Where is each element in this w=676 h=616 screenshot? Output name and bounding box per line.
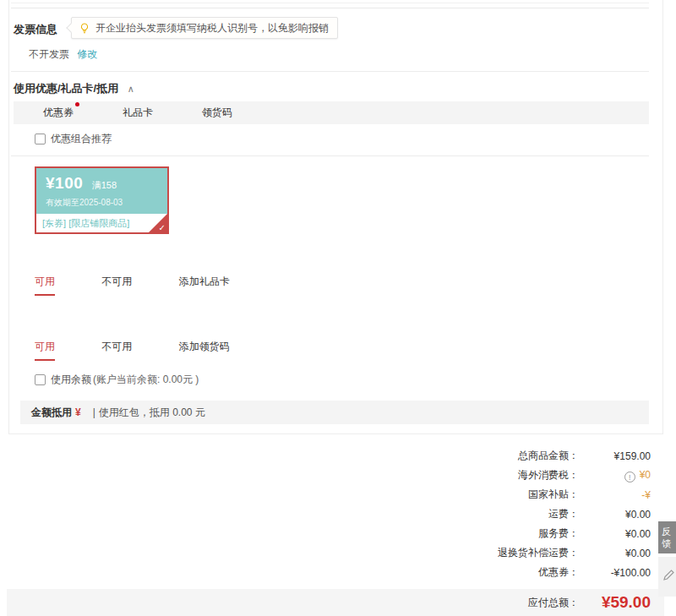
summary-value: ¥159.00 [579,450,651,462]
tab-coupon[interactable]: 优惠券 [43,106,74,120]
bulb-icon [79,22,90,35]
summary-row-service-fee: 服务费： ¥0.00 [498,524,651,543]
summary-row-national-subsidy: 国家补贴： -¥ [498,485,651,504]
divider [11,155,649,156]
checkout-page: 发票信息 开企业抬头发票须填写纳税人识别号，以免影响报销 不开发票 修改 使用优… [0,0,676,616]
payable-total-value: ¥59.00 [579,593,651,612]
summary-value: ¥0.00 [579,528,651,540]
coupon-card-top: ¥100 满158 有效期至2025-08-03 [36,168,167,214]
feedback-tab[interactable]: 反 馈 [658,521,676,553]
promo-section-header: 使用优惠/礼品卡/抵用 ∧ [14,80,134,96]
tooltip-arrow [66,23,75,32]
amount-deduct-bar: 金额抵用 ¥ | 使用红包，抵用 0.00 元 [20,401,649,424]
currency-symbol: ¥ [75,406,81,418]
coupon-threshold: 满158 [92,180,117,190]
summary-label: 总商品金额： [518,449,579,463]
invoice-current-row: 不开发票 修改 [29,47,97,62]
summary-label: 退换货补偿运费： [498,546,579,560]
summary-value-text: ¥0 [640,469,651,481]
summary-value: ¥0.00 [579,548,651,559]
combo-recommend-row[interactable]: 优惠组合推荐 [35,132,112,146]
summary-row-shipping: 运费： ¥0.00 [498,504,651,524]
summary-label: 服务费： [538,526,579,541]
invoice-tooltip-text: 开企业抬头发票须填写纳税人识别号，以免影响报销 [95,21,329,35]
combo-recommend-checkbox[interactable] [35,134,46,144]
invoice-section-title: 发票信息 [14,22,57,37]
giftcard-subtab-available[interactable]: 可用 [35,275,55,296]
invoice-tooltip: 开企业抬头发票须填写纳税人识别号，以免影响报销 [71,17,338,39]
collapse-chevron-icon[interactable]: ∧ [128,84,134,94]
red-packet-separator: | [93,406,95,418]
coupon-card[interactable]: ¥100 满158 有效期至2025-08-03 [东券] [限店铺限商品] ✓ [35,166,169,234]
price-summary: 总商品金额： ¥159.00 海外消费税： !¥0 国家补贴： -¥ 运费： ¥… [498,446,651,582]
summary-label: 海外消费税： [518,468,579,482]
edit-feedback-tab[interactable] [658,557,676,597]
code-subtab-available[interactable]: 可用 [35,340,55,361]
summary-row-coupon: 优惠券： -¥100.00 [498,563,651,582]
use-balance-row[interactable]: 使用余额 (账户当前余额: 0.00元 ) [35,373,199,387]
info-icon[interactable]: ! [624,472,635,482]
summary-value: -¥ [579,489,651,501]
combo-recommend-label: 优惠组合推荐 [51,132,112,146]
use-balance-checkbox[interactable] [35,374,46,385]
tab-giftcard[interactable]: 礼品卡 [123,106,153,120]
tab-pickup-code[interactable]: 领货码 [202,106,232,120]
pencil-icon [662,569,675,586]
tab-coupon-label: 优惠券 [43,106,74,118]
divider [11,71,649,72]
summary-value: !¥0 [579,469,651,482]
giftcard-subtabs: 可用 不可用 添加礼品卡 [35,275,274,296]
invoice-modify-link[interactable]: 修改 [77,48,97,60]
order-options-panel: 发票信息 开企业抬头发票须填写纳税人识别号，以免影响报销 不开发票 修改 使用优… [8,0,663,434]
red-dot-badge [75,102,79,106]
summary-label: 优惠券： [538,565,579,580]
promo-tabbar: 优惠券 礼品卡 领货码 [14,101,649,124]
summary-value: -¥100.00 [579,567,651,579]
add-pickup-code-button[interactable]: 添加领货码 [179,340,230,359]
summary-row-overseas-tax: 海外消费税： !¥0 [498,466,651,485]
summary-label: 国家补贴： [528,488,579,502]
summary-row-total-goods: 总商品金额： ¥159.00 [498,446,651,466]
summary-row-return-shipping: 退换货补偿运费： ¥0.00 [498,543,651,563]
coupon-amount: ¥100 [46,174,83,192]
invoice-current-option: 不开发票 [29,48,69,60]
summary-value: ¥0.00 [579,509,651,521]
payable-total-label: 应付总额： [528,596,579,610]
add-giftcard-button[interactable]: 添加礼品卡 [179,275,230,294]
check-icon: ✓ [159,223,166,232]
balance-note: (账户当前余额: 0.00元 ) [93,373,199,387]
coupon-tags: [东券] [限店铺限商品] [36,214,167,230]
code-subtab-unavailable[interactable]: 不可用 [101,340,132,359]
promo-section-title: 使用优惠/礼品卡/抵用 [14,82,118,95]
divider [11,8,649,8]
summary-label: 运费： [548,507,579,521]
divider [11,3,649,3]
giftcard-subtab-unavailable[interactable]: 不可用 [101,275,132,294]
coupon-validity: 有效期至2025-08-03 [46,197,167,209]
amount-deduct-label: 金额抵用 [31,406,72,420]
payable-total-bar: 应付总额： ¥59.00 [7,589,664,616]
use-balance-label: 使用余额 [51,373,91,387]
red-packet-note: 使用红包，抵用 0.00 元 [99,406,205,420]
pickup-code-subtabs: 可用 不可用 添加领货码 [35,340,274,361]
